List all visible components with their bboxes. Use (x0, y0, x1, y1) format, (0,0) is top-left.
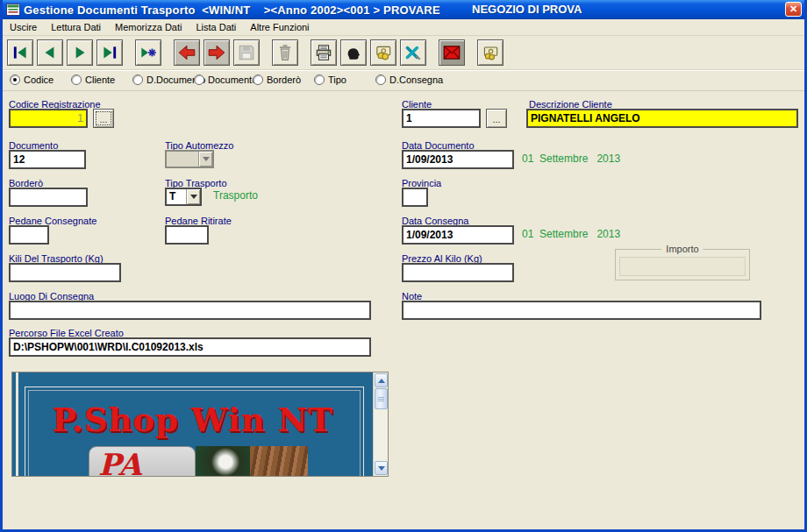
print-button[interactable] (311, 39, 337, 66)
banknote-coil-icon (481, 43, 500, 62)
descrizione-cliente-input[interactable] (526, 109, 798, 128)
data-documento-input[interactable] (402, 150, 514, 169)
logo-title: P.Shop Win NT (12, 401, 373, 439)
payments-button[interactable] (370, 39, 396, 66)
importo-legend: Importo (661, 244, 703, 254)
data-documento-long-date: 01 Settembre 2013 (522, 153, 620, 165)
radio-d-consegna-circle[interactable] (375, 74, 386, 85)
menu-lista-dati[interactable]: Lista Dati (189, 20, 243, 34)
tipo-automezzo-dropdown-button[interactable] (198, 152, 212, 167)
chevron-down-icon (203, 157, 210, 161)
radio-bordero[interactable]: Borderò (253, 74, 301, 85)
radio-tipo-circle[interactable] (314, 74, 325, 85)
chevron-down-icon (378, 466, 385, 471)
forward-arrow-button[interactable] (204, 39, 230, 66)
radio-d-consegna[interactable]: D.Consegna (375, 74, 443, 85)
picture-scrollbar[interactable] (373, 372, 388, 476)
pedane-consegnate-input[interactable] (9, 225, 49, 245)
provincia-input[interactable] (402, 188, 428, 207)
title-bar: Gestione Documenti Trasporto <WIN/NT ><A… (3, 0, 804, 19)
bordero-input[interactable] (9, 188, 88, 207)
codice-registrazione-browse-button[interactable]: ... (93, 109, 114, 128)
first-record-icon (11, 43, 30, 62)
window-title: Gestione Documenti Trasporto <WIN/NT ><A… (24, 4, 440, 17)
data-consegna-long-date: 01 Settembre 2013 (522, 228, 620, 240)
next-record-button[interactable] (67, 39, 93, 66)
percorso-excel-input[interactable] (9, 337, 371, 357)
menu-uscire[interactable]: Uscire (3, 20, 44, 34)
radio-d-documento-circle[interactable] (132, 74, 143, 85)
menu-bar: Uscire Lettura Dati Memorizza Dati Lista… (3, 19, 804, 36)
logo-image: P.Shop Win NT PA (12, 372, 373, 476)
radio-codice-label: Codice (24, 74, 54, 85)
radio-tipo-label: Tipo (328, 74, 346, 85)
toolbar (3, 36, 804, 70)
app-icon (6, 4, 20, 16)
tipo-trasporto-combo[interactable]: T (165, 188, 202, 206)
radio-bordero-circle[interactable] (253, 74, 263, 85)
app-window: Gestione Documenti Trasporto <WIN/NT ><A… (0, 0, 807, 532)
delete-button[interactable] (272, 39, 298, 66)
tipo-trasporto-dropdown-button[interactable] (186, 189, 200, 204)
payments-list-button[interactable] (477, 39, 503, 66)
next-record-icon (70, 43, 89, 62)
radio-codice-circle[interactable] (10, 74, 20, 85)
trash-icon (275, 43, 295, 62)
documento-input[interactable] (9, 150, 86, 169)
back-arrow-icon (177, 43, 196, 62)
scrollbar-thumb[interactable] (375, 388, 388, 409)
prezzo-al-kilo-input[interactable] (402, 263, 514, 282)
close-button[interactable]: ✕ (785, 2, 802, 17)
radio-cliente-circle[interactable] (71, 74, 82, 85)
pedane-ritirate-input[interactable] (165, 225, 209, 245)
tipo-trasporto-description: Trasporto (213, 189, 258, 202)
importo-groupbox: Importo (615, 249, 750, 280)
kili-trasporto-input[interactable] (9, 263, 121, 282)
first-record-button[interactable] (7, 39, 33, 66)
data-consegna-input[interactable] (402, 225, 514, 245)
save-icon (237, 43, 256, 62)
cliente-input[interactable] (402, 109, 481, 128)
tipo-trasporto-value: T (167, 189, 186, 204)
tipo-automezzo-combo[interactable] (165, 150, 214, 168)
save-button[interactable] (233, 39, 260, 66)
customer-button[interactable] (340, 39, 367, 66)
new-record-icon (139, 43, 158, 62)
radio-cliente[interactable]: Cliente (71, 74, 115, 85)
menu-memorizza-dati[interactable]: Memorizza Dati (108, 20, 189, 34)
scrollbar-grip (378, 397, 384, 401)
chevron-up-icon (378, 379, 385, 383)
excel-export-button[interactable] (400, 39, 426, 66)
new-record-button[interactable] (135, 39, 161, 66)
scroll-up-button[interactable] (375, 373, 388, 387)
previous-record-icon (40, 43, 60, 62)
envelope-icon (442, 43, 461, 62)
radio-codice[interactable]: Codice (10, 74, 54, 85)
back-arrow-button[interactable] (174, 39, 200, 66)
radio-documento[interactable]: Documento (194, 74, 257, 85)
luogo-consegna-input[interactable] (9, 301, 371, 320)
menu-altre-funzioni[interactable]: Altre Funzioni (243, 20, 316, 34)
bird-photo (196, 446, 250, 476)
logo-badge-letters: PA (89, 447, 195, 476)
scroll-down-button[interactable] (375, 461, 388, 475)
radio-d-consegna-label: D.Consegna (389, 74, 443, 85)
bark-photo (250, 446, 308, 476)
mail-button[interactable] (439, 39, 465, 66)
radio-cliente-label: Cliente (85, 74, 115, 85)
radio-tipo[interactable]: Tipo (314, 74, 346, 85)
chevron-down-icon (190, 195, 197, 199)
radio-documento-circle[interactable] (194, 74, 204, 85)
radio-bordero-label: Borderò (267, 74, 301, 85)
previous-record-button[interactable] (37, 39, 63, 66)
last-record-button[interactable] (96, 39, 123, 66)
logo-picture-box: P.Shop Win NT PA (11, 372, 389, 477)
filter-radio-bar: Codice Cliente D.Documento Documento Bor… (3, 70, 804, 91)
forward-arrow-icon (207, 43, 226, 62)
cliente-browse-button[interactable]: ... (486, 109, 507, 128)
codice-registrazione-input[interactable] (9, 109, 88, 128)
note-input[interactable] (402, 301, 761, 320)
menu-lettura-dati[interactable]: Lettura Dati (44, 20, 108, 34)
last-record-icon (100, 43, 119, 62)
company-name: NEGOZIO DI PROVA (472, 3, 582, 16)
